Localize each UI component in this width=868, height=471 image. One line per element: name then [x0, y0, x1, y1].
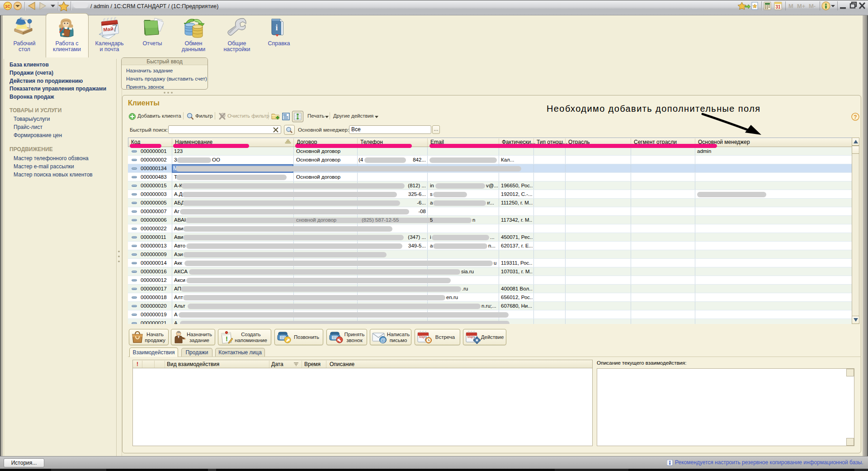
svg-text:!: !	[226, 335, 228, 343]
svg-text:@: @	[380, 337, 386, 343]
svg-text:31: 31	[775, 5, 781, 10]
svg-text:?: ?	[854, 114, 857, 120]
svg-text:7: 7	[112, 22, 118, 34]
svg-text:M+: M+	[797, 3, 806, 10]
svg-text:i: i	[275, 23, 278, 32]
svg-text:/ admin / 1C:CRM СТАНДАРТ: / admin / 1C:CRM СТАНДАРТ / (1С:Предприя…	[90, 3, 218, 10]
svg-text:M: M	[788, 3, 793, 10]
svg-text:M-: M-	[809, 3, 816, 10]
svg-text:1C: 1C	[5, 4, 10, 9]
